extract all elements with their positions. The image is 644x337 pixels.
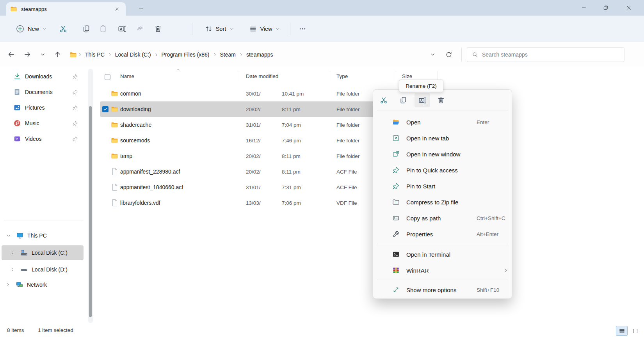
menu-item-open[interactable]: Open Enter <box>375 114 511 130</box>
rename-button[interactable] <box>415 93 430 107</box>
breadcrumb-chevron-icon <box>213 53 217 57</box>
sort-button[interactable]: Sort <box>202 22 237 36</box>
folder-icon <box>111 106 118 113</box>
details-view-toggle[interactable] <box>616 326 628 336</box>
refresh-button[interactable] <box>442 48 455 61</box>
paste-icon <box>99 25 107 33</box>
breadcrumb-segment-this-pc[interactable]: This PC <box>83 49 107 60</box>
copy-button[interactable] <box>395 93 411 107</box>
share-button[interactable] <box>133 21 148 36</box>
breadcrumb-segment-program-files[interactable]: Program Files (x86) <box>159 49 212 60</box>
sidebar-item-local-disk-d[interactable]: Local Disk (D:) <box>2 262 84 277</box>
column-divider[interactable] <box>396 71 396 81</box>
breadcrumb-chevron-icon <box>108 53 112 57</box>
menu-item-properties[interactable]: Properties Alt+Enter <box>375 226 511 242</box>
file-time: 8:11 pm <box>282 106 301 112</box>
view-button[interactable]: View <box>246 22 283 36</box>
file-date: 20/02/ <box>246 106 261 112</box>
breadcrumb-chevron-icon <box>239 53 243 57</box>
search-box[interactable] <box>467 47 624 62</box>
column-header-type[interactable]: Type <box>336 73 348 79</box>
menu-item-open-in-new-tab[interactable]: Open in new tab <box>375 130 511 146</box>
cut-button[interactable] <box>56 21 71 36</box>
menu-item-compress-to-zip[interactable]: Compress to Zip file <box>375 194 511 210</box>
sidebar-scrollbar[interactable] <box>88 69 93 323</box>
menu-item-open-in-new-window[interactable]: Open in new window <box>375 146 511 162</box>
new-button[interactable]: New <box>12 21 50 36</box>
row-checkbox-checked[interactable] <box>102 106 109 112</box>
delete-button[interactable] <box>433 93 449 107</box>
pin-icon <box>73 136 78 142</box>
downloads-icon <box>13 73 21 80</box>
menu-item-label: Open in Terminal <box>406 251 450 257</box>
select-all-checkbox[interactable] <box>105 74 110 80</box>
menu-item-copy-as-path[interactable]: Copy as path Ctrl+Shift+C <box>375 210 511 226</box>
menu-item-shortcut: Ctrl+Shift+C <box>477 215 505 221</box>
file-explorer-window: steamapps New Sort View <box>0 0 644 337</box>
sidebar-item-local-disk-c[interactable]: Local Disk (C:) <box>2 245 84 260</box>
close-button[interactable] <box>620 0 638 16</box>
documents-icon <box>13 88 21 96</box>
file-time: 8:11 pm <box>282 153 301 159</box>
paste-button[interactable] <box>96 21 110 36</box>
recent-locations-button[interactable] <box>36 48 49 61</box>
more-options-button[interactable] <box>295 22 310 36</box>
chevron-right-icon[interactable] <box>10 250 15 255</box>
tab-title: steamapps <box>21 6 108 12</box>
search-input[interactable] <box>482 51 619 58</box>
drive-icon <box>20 266 28 273</box>
large-icons-view-toggle[interactable] <box>629 326 641 336</box>
new-tab-button[interactable] <box>136 4 146 14</box>
file-type: File folder <box>336 91 359 97</box>
menu-item-open-in-terminal[interactable]: Open in Terminal <box>375 246 511 262</box>
pin-icon <box>392 166 400 174</box>
sidebar-item-this-pc[interactable]: This PC <box>2 228 84 243</box>
explorer-tab[interactable]: steamapps <box>6 2 126 16</box>
sidebar-item-videos[interactable]: Videos <box>2 131 84 146</box>
scrollbar-thumb[interactable] <box>89 106 92 317</box>
file-time: 10:41 pm <box>282 91 304 97</box>
chevron-down-icon[interactable] <box>6 233 11 238</box>
menu-item-winrar[interactable]: WinRAR <box>375 262 511 278</box>
chevron-right-icon[interactable] <box>5 282 10 287</box>
toolbar-divider <box>192 23 192 35</box>
sidebar-item-pictures[interactable]: Pictures <box>2 100 84 115</box>
file-icon <box>112 184 118 191</box>
copy-button[interactable] <box>79 21 94 36</box>
menu-item-pin-to-quick-access[interactable]: Pin to Quick access <box>375 162 511 178</box>
minimize-button[interactable] <box>575 0 593 16</box>
column-header-size[interactable]: Size <box>402 73 412 79</box>
view-icon <box>249 25 257 33</box>
column-divider[interactable] <box>239 71 239 81</box>
videos-icon <box>13 135 21 143</box>
address-dropdown-button[interactable] <box>426 48 439 61</box>
column-header-name[interactable]: Name <box>120 73 134 79</box>
file-date: 13/03/ <box>246 200 261 206</box>
column-divider[interactable] <box>330 71 330 81</box>
breadcrumb-segment-local-disk-c[interactable]: Local Disk (C:) <box>113 49 153 60</box>
restore-button[interactable] <box>597 0 615 16</box>
folder-icon <box>111 121 118 129</box>
sidebar-item-music[interactable]: Music <box>2 116 84 131</box>
sidebar-item-network[interactable]: Network <box>2 277 84 292</box>
column-header-date-modified[interactable]: Date modified <box>246 73 278 79</box>
menu-item-label: Open in new tab <box>406 135 449 141</box>
breadcrumb-segment-steamapps[interactable]: steamapps <box>244 49 275 60</box>
sidebar-item-documents[interactable]: Documents <box>2 85 84 99</box>
rename-button[interactable] <box>115 21 130 36</box>
back-button[interactable] <box>4 48 18 61</box>
folder-icon <box>10 5 17 12</box>
delete-button[interactable] <box>151 21 165 36</box>
breadcrumb-segment-steam[interactable]: Steam <box>218 49 238 60</box>
up-button[interactable] <box>51 48 64 61</box>
menu-item-pin-to-start[interactable]: Pin to Start <box>375 178 511 194</box>
menu-item-show-more-options[interactable]: Show more options Shift+F10 <box>375 282 511 298</box>
menu-divider <box>377 110 509 110</box>
tab-close-button[interactable] <box>112 4 122 14</box>
cut-button[interactable] <box>376 93 391 107</box>
menu-item-label: WinRAR <box>406 267 429 273</box>
sidebar-item-downloads[interactable]: Downloads <box>2 69 84 84</box>
winrar-icon <box>392 266 400 274</box>
forward-button[interactable] <box>21 48 34 61</box>
chevron-right-icon[interactable] <box>10 267 15 272</box>
